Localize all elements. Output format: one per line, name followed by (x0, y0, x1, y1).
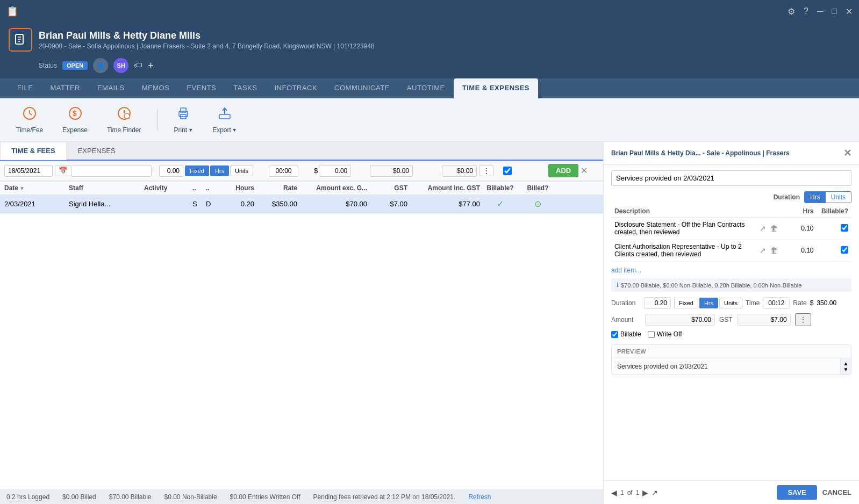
subject-input[interactable] (71, 165, 152, 177)
preview-section: PREVIEW Services provided on 2/03/2021 ▲… (611, 344, 851, 375)
tab-memos[interactable]: MEMOS (133, 78, 178, 98)
prev-page-btn[interactable]: ◀ (611, 488, 617, 497)
item-2-external-link[interactable]: ↗ (758, 245, 767, 256)
help-icon[interactable]: ? (804, 6, 808, 16)
refresh-link[interactable]: Refresh (468, 493, 491, 501)
billable-label[interactable]: Billable (611, 330, 641, 338)
duration-value[interactable] (644, 297, 671, 309)
col-billable[interactable]: Billable? (480, 184, 520, 192)
minimize-icon[interactable]: ─ (817, 6, 823, 16)
col-amount-inc[interactable]: Amount inc. GST (407, 184, 480, 192)
item-1-billable[interactable] (817, 218, 851, 240)
settings-icon[interactable]: ⚙ (788, 6, 795, 17)
item-1-external-link[interactable]: ↗ (758, 223, 767, 234)
calendar-icon[interactable]: 📅 (55, 165, 71, 176)
cancel-button[interactable]: CANCEL (822, 485, 851, 500)
scroll-up-icon[interactable]: ▲ (842, 361, 850, 366)
billable-checkbox-panel[interactable] (611, 331, 618, 338)
expand-icon[interactable]: ↗ (652, 488, 658, 497)
tab-autotime[interactable]: AUTOTIME (398, 78, 454, 98)
row-staff: Sigrid Hella... (69, 200, 144, 208)
tab-communicate[interactable]: COMMUNICATE (326, 78, 398, 98)
billable-checkbox[interactable] (503, 167, 512, 175)
hrs-btn[interactable]: Hrs (210, 165, 229, 176)
svg-line-12 (128, 118, 130, 119)
description-input[interactable] (611, 170, 851, 186)
user-icon[interactable]: 👤 (93, 58, 108, 73)
cancel-add-button[interactable]: ✕ (581, 164, 588, 177)
item-1-delete[interactable]: 🗑 (769, 223, 779, 234)
add-item-link[interactable]: add item... (611, 267, 641, 274)
subtab-expenses[interactable]: EXPENSES (67, 142, 127, 160)
tab-tasks[interactable]: TASKS (225, 78, 266, 98)
col-hours[interactable]: Hours (219, 184, 254, 192)
tab-matter[interactable]: MATTER (41, 78, 88, 98)
tab-events[interactable]: EVENTS (178, 78, 225, 98)
info-text: $70.00 Billable, $0.00 Non-Billable, 0.2… (621, 282, 801, 289)
time-finder-button[interactable]: Time Finder (99, 103, 149, 137)
table-row[interactable]: 2/03/2021 Sigrid Hella... S D 0.20 $350.… (0, 195, 603, 213)
col-date[interactable]: Date▼ (4, 184, 69, 192)
hrs-mode-btn[interactable]: Hrs (699, 298, 718, 308)
scroll-down-icon[interactable]: ▼ (842, 366, 850, 372)
item-2-delete[interactable]: 🗑 (769, 245, 779, 256)
col-billed[interactable]: Billed? (520, 184, 555, 192)
time-label: Time (746, 299, 760, 307)
time-input[interactable] (269, 165, 298, 177)
item-2-desc: Client Authorisation Representative - Up… (611, 240, 755, 262)
save-button[interactable]: SAVE (777, 485, 817, 500)
col-amount[interactable]: Amount exc. G... (297, 184, 367, 192)
tab-emails[interactable]: EMAILS (89, 78, 133, 98)
col-activity[interactable]: Activity (144, 184, 192, 192)
export-button[interactable]: Export ▼ (205, 103, 245, 137)
tag-icon: 🏷 (134, 61, 142, 70)
right-panel-close[interactable]: ✕ (843, 147, 851, 159)
fixed-mode-btn[interactable]: Fixed (674, 298, 698, 308)
item-1-desc: Disclosure Statement - Off the Plan Cont… (611, 218, 755, 240)
amount-input[interactable] (645, 314, 715, 326)
write-off-checkbox[interactable] (648, 331, 655, 338)
col-gst[interactable]: GST (367, 184, 407, 192)
item-row-1[interactable]: Disclosure Statement - Off the Plan Cont… (611, 218, 851, 240)
logged-stat: 0.2 hrs Logged (6, 493, 49, 501)
amount-options-btn[interactable]: ⋮ (795, 313, 811, 326)
tab-time-expenses[interactable]: TIME & EXPENSES (454, 78, 538, 98)
units-mode-btn[interactable]: Units (719, 298, 742, 308)
fixed-btn[interactable]: Fixed (185, 165, 209, 176)
gst-options-btn[interactable]: ⋮ (479, 165, 493, 176)
tab-infotrack[interactable]: INFOTRACK (266, 78, 326, 98)
col-staff[interactable]: Staff (69, 184, 144, 192)
item-1-billable-check[interactable] (841, 224, 848, 232)
title-bar: 📋 ⚙ ? ─ □ ✕ (0, 0, 859, 23)
close-icon[interactable]: ✕ (846, 6, 853, 17)
date-input[interactable] (4, 165, 53, 177)
tab-file[interactable]: FILE (9, 78, 41, 98)
time-fee-button[interactable]: Time/Fee (9, 103, 51, 137)
billed-status-icon: ⊙ (534, 199, 541, 208)
col-rate[interactable]: Rate (254, 184, 297, 192)
rate-input[interactable] (319, 165, 351, 177)
write-off-label[interactable]: Write Off (648, 330, 682, 338)
item-2-billable[interactable] (817, 240, 851, 262)
units-tab[interactable]: Units (826, 192, 851, 203)
subtab-time-fees[interactable]: TIME & FEES (0, 142, 67, 160)
written-off-stat: $0.00 Entries Written Off (230, 493, 300, 501)
expense-button[interactable]: $ Expense (55, 103, 95, 137)
info-bar: ℹ $70.00 Billable, $0.00 Non-Billable, 0… (611, 278, 851, 292)
print-button[interactable]: Print ▼ (167, 103, 201, 137)
maximize-icon[interactable]: □ (832, 6, 837, 16)
item-2-billable-check[interactable] (841, 246, 848, 254)
desc-header: Description (611, 205, 755, 218)
sub-tabs: TIME & FEES EXPENSES (0, 142, 603, 161)
checkbox-row: Billable Write Off (611, 330, 851, 338)
add-button[interactable]: ADD (548, 164, 578, 177)
next-page-btn[interactable]: ▶ (642, 488, 648, 497)
time-value[interactable] (763, 297, 790, 309)
gst-input[interactable] (737, 314, 791, 326)
add-icon[interactable]: + (148, 60, 154, 71)
duration-input[interactable] (159, 165, 183, 177)
units-btn[interactable]: Units (230, 165, 253, 176)
item-row-2[interactable]: Client Authorisation Representative - Up… (611, 240, 851, 262)
hrs-tab[interactable]: Hrs (805, 192, 826, 203)
avatar[interactable]: SH (113, 58, 128, 73)
